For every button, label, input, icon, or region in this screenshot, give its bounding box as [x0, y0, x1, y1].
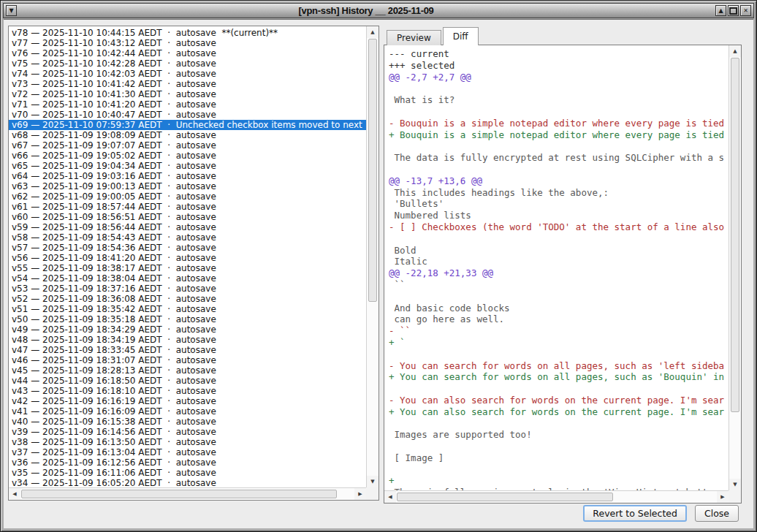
- horizontal-scroll-thumb[interactable]: [397, 493, 613, 501]
- maximize-button[interactable]: [728, 5, 739, 16]
- scroll-down-arrow-icon[interactable]: ▼: [367, 476, 378, 487]
- version-history-list[interactable]: v78 — 2025-11-10 10:44:15 AEDT · autosav…: [8, 26, 379, 501]
- shade-button[interactable]: ▲: [715, 5, 726, 16]
- version-list-item[interactable]: v77 — 2025-11-10 10:43:12 AEDT · autosav…: [9, 38, 366, 48]
- diff-line-add: + Bouquin is a simple notepad editor whe…: [389, 129, 729, 141]
- version-list-item[interactable]: v68 — 2025-11-09 19:08:09 AEDT · autosav…: [9, 130, 366, 140]
- diff-line-ctx: Numbered lists: [389, 210, 729, 221]
- version-list-item[interactable]: v51 — 2025-11-09 18:35:42 AEDT · autosav…: [9, 304, 366, 314]
- scrollbar-corner: [366, 487, 378, 500]
- horizontal-scroll-thumb[interactable]: [21, 490, 337, 498]
- diff-line-blank: [389, 349, 729, 360]
- diff-line-blank: [389, 83, 729, 94]
- version-list-item[interactable]: v49 — 2025-11-09 18:34:29 AEDT · autosav…: [9, 324, 366, 335]
- version-list-item[interactable]: v71 — 2025-11-10 10:41:20 AEDT · autosav…: [9, 99, 366, 110]
- diff-line-del: - You can also search for words on the c…: [389, 395, 729, 406]
- close-icon: ✕: [743, 8, 748, 14]
- scroll-down-arrow-icon[interactable]: ▼: [729, 479, 741, 490]
- window-menu-button[interactable]: ▼: [6, 5, 17, 16]
- diff-line-del: - You can search for words on all pages,…: [389, 360, 729, 372]
- dialog-body: v78 — 2025-11-10 10:44:15 AEDT · autosav…: [4, 19, 753, 528]
- version-list-item[interactable]: v35 — 2025-11-09 16:11:06 AEDT · autosav…: [9, 468, 366, 478]
- version-list-item[interactable]: v38 — 2025-11-09 16:13:50 AEDT · autosav…: [9, 437, 366, 447]
- scroll-left-arrow-icon[interactable]: ◀: [384, 491, 396, 503]
- version-list-item[interactable]: v37 — 2025-11-09 16:13:04 AEDT · autosav…: [9, 447, 366, 457]
- version-list-item[interactable]: v70 — 2025-11-10 10:40:47 AEDT · autosav…: [9, 110, 366, 120]
- version-list-item[interactable]: v46 — 2025-11-09 18:31:07 AEDT · autosav…: [9, 355, 366, 365]
- version-list-item[interactable]: v55 — 2025-11-09 18:38:17 AEDT · autosav…: [9, 263, 366, 273]
- close-button[interactable]: Close: [695, 505, 739, 522]
- version-list-item[interactable]: v41 — 2025-11-09 16:16:09 AEDT · autosav…: [9, 406, 366, 417]
- diff-vertical-scrollbar[interactable]: ▲ ▼: [729, 45, 741, 490]
- diff-line-blank: [389, 418, 729, 430]
- version-list-item[interactable]: v73 — 2025-11-10 10:41:42 AEDT · autosav…: [9, 79, 366, 89]
- diff-line-ctx: The data is fully encrypted at rest usin…: [389, 152, 729, 164]
- titlebar[interactable]: ▼ [vpn-ssh] History __ 2025-11-09 ▲ ✕: [3, 3, 754, 18]
- tab-preview[interactable]: Preview: [387, 30, 441, 45]
- diff-text-viewport[interactable]: --- current+++ selected@@ -2,7 +2,7 @@ W…: [384, 45, 729, 490]
- version-list-viewport[interactable]: v78 — 2025-11-10 10:44:15 AEDT · autosav…: [9, 26, 366, 487]
- version-list-item[interactable]: v42 — 2025-11-09 16:16:19 AEDT · autosav…: [9, 396, 366, 406]
- diff-line-add: + You can search for words on all pages,…: [389, 371, 729, 383]
- version-list-item[interactable]: v78 — 2025-11-10 10:44:15 AEDT · autosav…: [9, 28, 366, 38]
- version-list-item[interactable]: v44 — 2025-11-09 16:18:50 AEDT · autosav…: [9, 376, 366, 386]
- version-list-item[interactable]: v53 — 2025-11-09 18:37:16 AEDT · autosav…: [9, 284, 366, 294]
- diff-pane[interactable]: --- current+++ selected@@ -2,7 +2,7 @@ W…: [384, 45, 742, 503]
- version-list-item[interactable]: v48 — 2025-11-09 18:34:19 AEDT · autosav…: [9, 335, 366, 345]
- diff-line-meta: +++ selected: [389, 60, 729, 72]
- diff-line-ctx: What is it?: [389, 94, 729, 106]
- version-list-horizontal-scrollbar[interactable]: ◀ ▶: [9, 487, 366, 500]
- version-list-item[interactable]: v45 — 2025-11-09 18:28:13 AEDT · autosav…: [9, 365, 366, 376]
- version-list-item[interactable]: v40 — 2025-11-09 16:15:38 AEDT · autosav…: [9, 417, 366, 427]
- tab-diff[interactable]: Diff: [443, 27, 479, 45]
- diff-line-ctx: And basic code blocks: [389, 303, 729, 314]
- version-list-item[interactable]: v52 — 2025-11-09 18:36:08 AEDT · autosav…: [9, 294, 366, 304]
- vertical-scroll-thumb[interactable]: [368, 39, 377, 302]
- diff-horizontal-scrollbar[interactable]: ◀ ▶: [384, 490, 729, 503]
- version-list-item[interactable]: v60 — 2025-11-09 18:56:51 AEDT · autosav…: [9, 212, 366, 222]
- version-list-item[interactable]: v67 — 2025-11-09 19:07:07 AEDT · autosav…: [9, 140, 366, 151]
- scroll-up-arrow-icon[interactable]: ▲: [729, 45, 741, 57]
- version-list-item[interactable]: v69 — 2025-11-10 07:59:37 AEDT · Uncheck…: [9, 120, 366, 130]
- version-list-item[interactable]: v63 — 2025-11-09 19:00:13 AEDT · autosav…: [9, 181, 366, 191]
- scroll-right-arrow-icon[interactable]: ▶: [717, 491, 729, 503]
- tab-bar: PreviewDiff: [387, 27, 480, 45]
- close-window-button[interactable]: ✕: [740, 5, 751, 16]
- diff-line-blank: [389, 441, 729, 452]
- version-list-item[interactable]: v57 — 2025-11-09 18:54:36 AEDT · autosav…: [9, 243, 366, 253]
- version-list-item[interactable]: v54 — 2025-11-09 18:38:04 AEDT · autosav…: [9, 273, 366, 284]
- version-list-item[interactable]: v34 — 2025-11-09 16:05:20 AEDT · autosav…: [9, 478, 366, 487]
- version-list-item[interactable]: v61 — 2025-11-09 18:57:44 AEDT · autosav…: [9, 202, 366, 212]
- footer-button-row: Revert to Selected Close: [583, 505, 739, 522]
- version-list-item[interactable]: v36 — 2025-11-09 16:12:56 AEDT · autosav…: [9, 457, 366, 468]
- version-list-item[interactable]: v64 — 2025-11-09 19:03:16 AEDT · autosav…: [9, 171, 366, 181]
- scroll-up-arrow-icon[interactable]: ▲: [367, 26, 378, 38]
- diff-line-ctx: Images are supported too!: [389, 429, 729, 441]
- version-list-item[interactable]: v66 — 2025-11-09 19:05:02 AEDT · autosav…: [9, 151, 366, 161]
- diff-line-ctx: [ Image ]: [389, 452, 729, 464]
- version-list-item[interactable]: v39 — 2025-11-09 16:14:56 AEDT · autosav…: [9, 427, 366, 437]
- diff-line-add: +: [389, 475, 729, 487]
- revert-to-selected-button[interactable]: Revert to Selected: [583, 505, 687, 522]
- scroll-right-arrow-icon[interactable]: ▶: [354, 488, 366, 500]
- version-list-item[interactable]: v50 — 2025-11-09 18:35:18 AEDT · autosav…: [9, 314, 366, 324]
- version-list-vertical-scrollbar[interactable]: ▲ ▼: [366, 26, 378, 487]
- version-list-item[interactable]: v65 — 2025-11-09 19:04:34 AEDT · autosav…: [9, 161, 366, 171]
- version-list-item[interactable]: v47 — 2025-11-09 18:33:45 AEDT · autosav…: [9, 345, 366, 355]
- window-menu-icon: ▼: [9, 8, 13, 14]
- diff-line-meta: --- current: [389, 48, 729, 60]
- version-list-item[interactable]: v74 — 2025-11-10 10:42:03 AEDT · autosav…: [9, 69, 366, 79]
- version-list-item[interactable]: v75 — 2025-11-10 10:42:28 AEDT · autosav…: [9, 58, 366, 69]
- version-list-item[interactable]: v76 — 2025-11-10 10:42:44 AEDT · autosav…: [9, 48, 366, 58]
- version-list-item[interactable]: v72 — 2025-11-10 10:41:30 AEDT · autosav…: [9, 89, 366, 99]
- version-list-item[interactable]: v56 — 2025-11-09 18:41:20 AEDT · autosav…: [9, 253, 366, 263]
- vertical-scroll-thumb[interactable]: [731, 58, 739, 412]
- version-list-item[interactable]: v62 — 2025-11-09 19:00:05 AEDT · autosav…: [9, 191, 366, 202]
- diff-line-blank: [389, 464, 729, 476]
- scroll-left-arrow-icon[interactable]: ◀: [9, 488, 20, 500]
- version-list-item[interactable]: v58 — 2025-11-09 18:54:43 AEDT · autosav…: [9, 232, 366, 243]
- version-list-item[interactable]: v43 — 2025-11-09 16:18:10 AEDT · autosav…: [9, 386, 366, 396]
- diff-line-ctx: 'Bullets': [389, 198, 729, 210]
- version-list-item[interactable]: v59 — 2025-11-09 18:56:44 AEDT · autosav…: [9, 222, 366, 232]
- shade-icon: ▲: [718, 8, 723, 14]
